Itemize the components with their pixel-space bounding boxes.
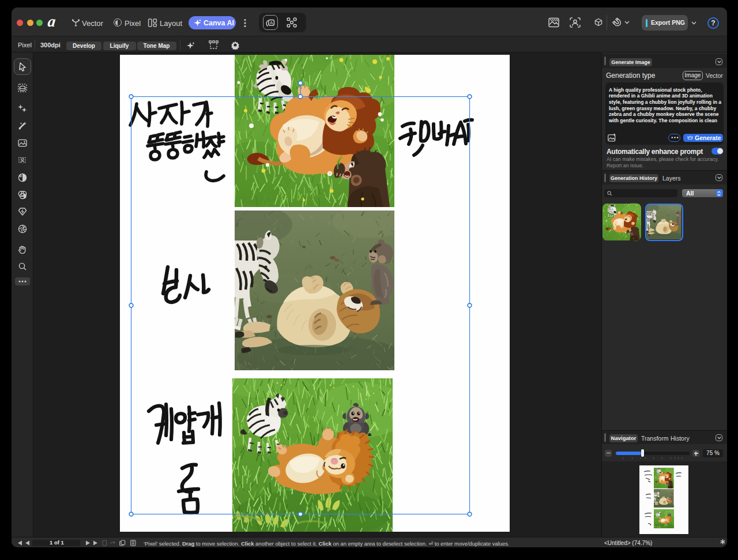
svg-text:A: A [270, 20, 273, 25]
svg-text:1 of 1: 1 of 1 [50, 540, 65, 546]
